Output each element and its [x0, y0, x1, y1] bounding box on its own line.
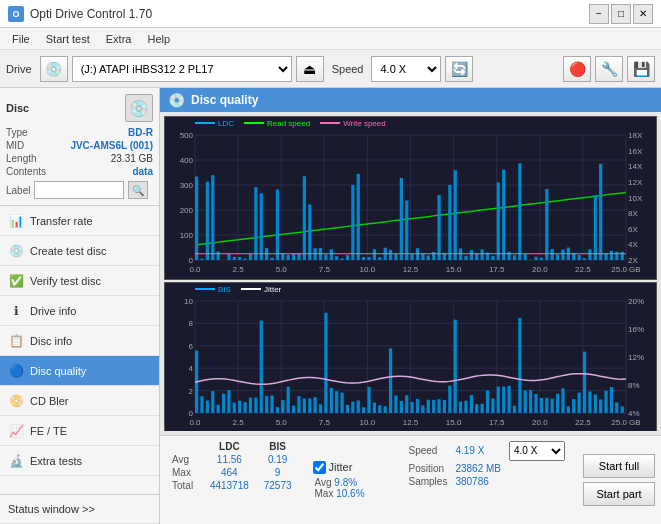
type-key: Type [6, 127, 28, 138]
cd-bler-icon: 📀 [8, 393, 24, 409]
sidebar-item-transfer-rate[interactable]: 📊 Transfer rate [0, 206, 159, 236]
length-value: 23.31 GB [111, 153, 153, 164]
cd-bler-label: CD Bler [30, 395, 69, 407]
save-button[interactable]: 💾 [627, 56, 655, 82]
mid-value: JVC-AMS6L (001) [70, 140, 153, 151]
disc-icon: 💿 [125, 94, 153, 122]
close-button[interactable]: ✕ [633, 4, 653, 24]
disc-quality-header-icon: 💿 [168, 92, 185, 108]
sidebar-item-fe-te[interactable]: 📈 FE / TE [0, 416, 159, 446]
stats-row: LDC BIS Avg 11.56 0.19 Max 464 [160, 435, 661, 524]
avg-label: Avg [168, 453, 202, 466]
ldc-legend: LDC [218, 119, 234, 128]
total-label: Total [168, 479, 202, 492]
drive-select[interactable]: (J:) ATAPI iHBS312 2 PL17 [72, 56, 292, 82]
total-ldc: 4413718 [202, 479, 257, 492]
fe-te-icon: 📈 [8, 423, 24, 439]
speed-info: Speed 4.19 X 4.0 X Position 23862 MB Sam… [397, 436, 578, 524]
maximize-button[interactable]: □ [611, 4, 631, 24]
menu-extra[interactable]: Extra [98, 31, 140, 47]
start-part-button[interactable]: Start part [583, 482, 655, 506]
title-bar: O Opti Drive Control 1.70 − □ ✕ [0, 0, 661, 28]
disc-quality-label: Disc quality [30, 365, 86, 377]
transfer-rate-icon: 📊 [8, 213, 24, 229]
create-test-icon: 💿 [8, 243, 24, 259]
menu-help[interactable]: Help [139, 31, 178, 47]
minimize-button[interactable]: − [589, 4, 609, 24]
app-icon: O [8, 6, 24, 22]
sidebar-item-drive-info[interactable]: ℹ Drive info [0, 296, 159, 326]
content-area: 💿 Disc quality LDC Read speed Write spee… [160, 88, 661, 524]
bottom-chart-canvas [165, 283, 656, 431]
bottom-chart-legend: BIS Jitter [195, 285, 281, 294]
jitter-section: Jitter Avg 9.8% Max 10.6% [307, 436, 397, 524]
contents-value: data [132, 166, 153, 177]
drive-info-icon: ℹ [8, 303, 24, 319]
max-bis: 9 [257, 466, 299, 479]
stats-col-empty [168, 440, 202, 453]
start-full-button[interactable]: Start full [583, 454, 655, 478]
disc-quality-icon: 🔵 [8, 363, 24, 379]
position-label-cell: Position [405, 462, 452, 475]
mid-key: MID [6, 140, 24, 151]
sidebar: Disc 💿 Type BD-R MID JVC-AMS6L (001) Len… [0, 88, 160, 524]
sidebar-item-verify-test-disc[interactable]: ✅ Verify test disc [0, 266, 159, 296]
menu-start-test[interactable]: Start test [38, 31, 98, 47]
jitter-avg-row: Avg 9.8% [313, 477, 391, 488]
sidebar-item-extra-tests[interactable]: 🔬 Extra tests [0, 446, 159, 476]
speed-select[interactable]: 4.0 X [371, 56, 441, 82]
speed-select-stats[interactable]: 4.0 X [509, 441, 565, 461]
extra-tests-label: Extra tests [30, 455, 82, 467]
drive-info-label: Drive info [30, 305, 76, 317]
status-window-label: Status window >> [8, 503, 95, 515]
stats-table: LDC BIS Avg 11.56 0.19 Max 464 [160, 436, 307, 524]
write-speed-legend: Write speed [343, 119, 386, 128]
jitter-checkbox[interactable] [313, 461, 326, 474]
disc-info-icon: 📋 [8, 333, 24, 349]
label-btn[interactable]: 🔍 [128, 181, 148, 199]
avg-ldc: 11.56 [202, 453, 257, 466]
jitter-label: Jitter [329, 461, 353, 473]
status-window-button[interactable]: Status window >> [0, 494, 159, 524]
avg-bis: 0.19 [257, 453, 299, 466]
total-bis: 72573 [257, 479, 299, 492]
drive-label: Drive [6, 63, 32, 75]
fe-te-label: FE / TE [30, 425, 67, 437]
read-speed-legend: Read speed [267, 119, 310, 128]
eject-button[interactable]: ⏏ [296, 56, 324, 82]
sidebar-item-create-test-disc[interactable]: 💿 Create test disc [0, 236, 159, 266]
label-input[interactable] [34, 181, 124, 199]
burn-button[interactable]: 🔴 [563, 56, 591, 82]
app-title: Opti Drive Control 1.70 [30, 7, 152, 21]
stats-row-avg: Avg 11.56 0.19 [168, 453, 299, 466]
samples-label-cell: Samples [405, 475, 452, 488]
toolbar: Drive 💿 (J:) ATAPI iHBS312 2 PL17 ⏏ Spee… [0, 50, 661, 88]
sidebar-item-cd-bler[interactable]: 📀 CD Bler [0, 386, 159, 416]
bottom-chart: BIS Jitter [164, 282, 657, 431]
max-ldc: 464 [202, 466, 257, 479]
charts-container: LDC Read speed Write speed BIS Jitter [160, 112, 661, 435]
disc-section-label: Disc [6, 102, 29, 114]
max-label: Max [168, 466, 202, 479]
length-key: Length [6, 153, 37, 164]
create-test-label: Create test disc [30, 245, 106, 257]
tools-button[interactable]: 🔧 [595, 56, 623, 82]
speed-label-cell: Speed [405, 440, 452, 462]
type-value: BD-R [128, 127, 153, 138]
position-value: 23862 MB [451, 462, 505, 475]
sidebar-item-disc-info[interactable]: 📋 Disc info [0, 326, 159, 356]
refresh-button[interactable]: 🔄 [445, 56, 473, 82]
menu-bar: File Start test Extra Help [0, 28, 661, 50]
bis-legend: BIS [218, 285, 231, 294]
menu-file[interactable]: File [4, 31, 38, 47]
jitter-max: 10.6% [336, 488, 364, 499]
stats-row-total: Total 4413718 72573 [168, 479, 299, 492]
drive-icon: 💿 [40, 56, 68, 82]
sidebar-item-disc-quality[interactable]: 🔵 Disc quality [0, 356, 159, 386]
speed-value: 4.19 X [451, 440, 505, 462]
stats-col-ldc: LDC [202, 440, 257, 453]
transfer-rate-label: Transfer rate [30, 215, 93, 227]
disc-info-label: Disc info [30, 335, 72, 347]
disc-quality-title: Disc quality [191, 93, 258, 107]
jitter-avg: 9.8% [334, 477, 357, 488]
